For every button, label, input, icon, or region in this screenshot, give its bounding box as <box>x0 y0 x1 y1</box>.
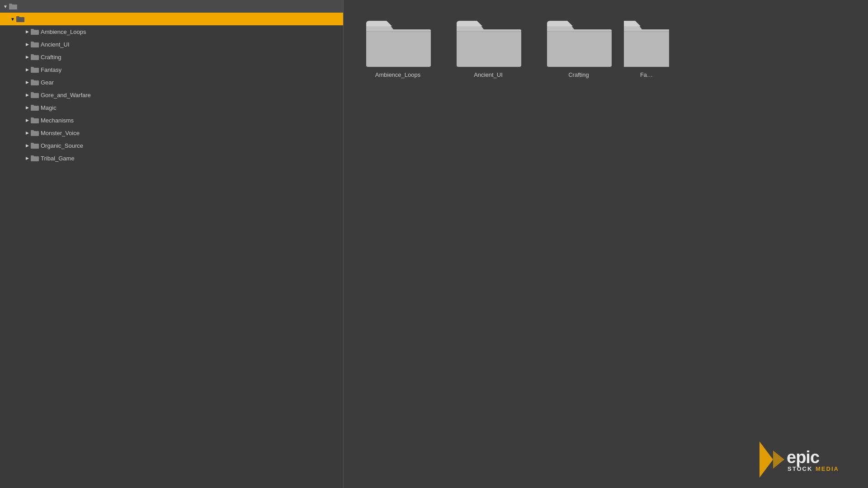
tree-item-label: Organic_Source <box>41 142 83 149</box>
tree-item-label: Gear <box>41 79 54 86</box>
arrow-icon: ▶ <box>24 105 31 110</box>
tree-item-ancient-ui[interactable]: ▶ Ancient_UI <box>0 38 343 51</box>
folder-icon <box>31 142 39 149</box>
folder-thumbnail <box>364 14 432 68</box>
arrow-icon: ▶ <box>24 42 31 47</box>
folder-icon <box>31 28 39 35</box>
tree-item-label: Monster_Voice <box>41 130 80 136</box>
tree-item-label: Ambience_Loops <box>41 28 86 35</box>
arrow-icon: ▶ <box>24 131 31 135</box>
tree-item-monster-voice[interactable]: ▶ Monster_Voice <box>0 127 343 139</box>
folder-icon <box>31 41 39 48</box>
tree-item-label: Ancient_UI <box>41 41 70 48</box>
tree-item-ambience-loops[interactable]: ▶ Ambience_Loops <box>0 25 343 38</box>
folder-grid: Ambience_Loops Ancient_UI <box>353 9 859 83</box>
tree-item-label: Mechanisms <box>41 117 74 124</box>
folder-icon <box>31 66 39 73</box>
folder-icon <box>31 129 39 136</box>
arrow-icon: ▶ <box>24 80 31 84</box>
tree-panel: ▼ ▼ ▶ Ambience_Loops ▶ <box>0 0 344 488</box>
folder-icon <box>31 117 39 124</box>
folder-tile-fa…[interactable]: Fa… <box>624 9 669 83</box>
tree-item-label: Crafting <box>41 54 61 61</box>
folder-thumbnail <box>545 14 613 68</box>
folder-icon <box>31 53 39 61</box>
tree-item-label: Fantasy <box>41 66 61 73</box>
tree-item-gore-and-warfare[interactable]: ▶ Gore_and_Warfare <box>0 89 343 101</box>
watermark: epic STOCK MEDIA <box>760 441 859 479</box>
arrow-content: ▼ <box>2 4 9 9</box>
arrow-icon: ▶ <box>24 156 31 160</box>
arrow-icon: ▶ <box>24 55 31 59</box>
svg-text:STOCK: STOCK <box>788 465 812 472</box>
folder-thumbnail <box>454 14 522 68</box>
tree-item-crafting[interactable]: ▶ Crafting <box>0 51 343 63</box>
svg-text:MEDIA: MEDIA <box>816 465 839 472</box>
svg-marker-0 <box>760 441 773 478</box>
folder-icon <box>31 91 39 99</box>
folder-tile-label: Ancient_UI <box>474 71 503 78</box>
tree-item-fantasy[interactable]: ▶ Fantasy <box>0 63 343 76</box>
tree-item-magic[interactable]: ▶ Magic <box>0 101 343 114</box>
folder-tile-label: Fa… <box>640 71 653 78</box>
arrow-icon: ▶ <box>24 143 31 148</box>
folder-tile-ancient-ui[interactable]: Ancient_UI <box>443 9 533 83</box>
tree-item-tribal-game[interactable]: ▶ Tribal_Game <box>0 152 343 164</box>
tree-children: ▶ Ambience_Loops ▶ Ancient_UI ▶ Crafting… <box>0 25 343 164</box>
tree-item-label: Tribal_Game <box>41 155 75 162</box>
arrow-icon: ▶ <box>24 67 31 72</box>
tree-item-label: Gore_and_Warfare <box>41 92 91 99</box>
arrow-ancient-game: ▼ <box>9 17 16 22</box>
svg-text:epic: epic <box>787 448 820 467</box>
arrow-icon: ▶ <box>24 29 31 34</box>
content-panel: Ambience_Loops Ancient_UI <box>344 0 868 488</box>
folder-thumbnail <box>624 14 669 68</box>
folder-icon-content <box>9 3 17 10</box>
tree-item-gear[interactable]: ▶ Gear <box>0 76 343 89</box>
arrow-icon: ▶ <box>24 93 31 97</box>
folder-tile-label: Ambience_Loops <box>375 71 420 78</box>
folder-icon-ancient-game <box>16 15 24 23</box>
folder-icon <box>31 155 39 162</box>
tree-item-label: Magic <box>41 104 57 111</box>
arrow-icon: ▶ <box>24 118 31 122</box>
folder-tile-crafting[interactable]: Crafting <box>533 9 624 83</box>
svg-marker-1 <box>773 450 784 469</box>
tree-root-content[interactable]: ▼ <box>0 0 343 13</box>
tree-item-organic-source[interactable]: ▶ Organic_Source <box>0 139 343 152</box>
folder-tile-ambience-loops[interactable]: Ambience_Loops <box>353 9 443 83</box>
folder-icon <box>31 79 39 86</box>
tree-item-mechanisms[interactable]: ▶ Mechanisms <box>0 114 343 127</box>
tree-item-ancient-game[interactable]: ▼ <box>0 13 343 25</box>
folder-tile-label: Crafting <box>568 71 589 78</box>
folder-icon <box>31 104 39 111</box>
